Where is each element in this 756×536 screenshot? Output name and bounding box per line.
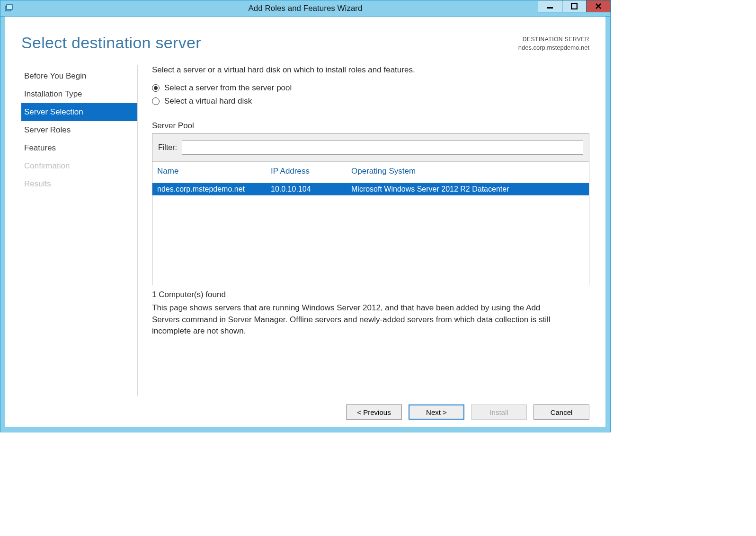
window-title: Add Roles and Features Wizard [0,4,610,13]
svg-rect-3 [571,3,577,9]
radio-virtual-hard-disk[interactable]: Select a virtual hard disk [152,97,589,106]
maximize-button[interactable] [562,0,587,12]
table-row[interactable]: ndes.corp.mstepdemo.net 10.0.10.104 Micr… [152,183,589,195]
cell-os: Microsoft Windows Server 2012 R2 Datacen… [351,185,584,193]
radio-icon [152,97,160,105]
install-button: Install [471,404,527,420]
step-features[interactable]: Features [21,139,137,157]
radio-label: Select a server from the server pool [164,83,292,93]
filter-input[interactable] [182,141,583,155]
cell-ip: 10.0.10.104 [271,185,351,193]
minimize-button[interactable] [538,0,562,12]
wizard-window: Add Roles and Features Wizard Select des… [0,0,611,432]
filter-row: Filter: [152,134,589,162]
page-title: Select destination server [21,34,201,52]
explain-text: This page shows servers that are running… [152,302,569,337]
step-server-roles[interactable]: Server Roles [21,121,137,139]
main-panel: Select a server or a virtual hard disk o… [138,65,589,396]
server-pool-box: Filter: Name IP Address Operating System… [152,133,589,285]
window-controls [538,0,610,16]
close-button[interactable] [586,0,611,12]
step-results: Results [21,175,137,193]
app-icon [2,2,16,15]
radio-label: Select a virtual hard disk [164,97,252,106]
svg-rect-2 [547,7,553,9]
found-count: 1 Computer(s) found [152,290,589,299]
cell-name: ndes.corp.mstepdemo.net [157,185,271,193]
step-installation-type[interactable]: Installation Type [21,85,137,103]
titlebar: Add Roles and Features Wizard [0,0,610,17]
header-row: Select destination server DESTINATION SE… [21,34,589,52]
footer-buttons: < Previous Next > Install Cancel [21,396,589,427]
destination-value: ndes.corp.mstepdemo.net [518,44,589,52]
col-header-name[interactable]: Name [157,167,271,176]
col-header-ip[interactable]: IP Address [271,167,351,176]
table-header: Name IP Address Operating System [152,162,589,183]
server-table: Name IP Address Operating System ndes.co… [152,162,589,285]
radio-server-pool[interactable]: Select a server from the server pool [152,83,589,93]
destination-box: DESTINATION SERVER ndes.corp.mstepdemo.n… [518,35,589,52]
instruction-text: Select a server or a virtual hard disk o… [152,65,589,75]
destination-label: DESTINATION SERVER [518,35,589,44]
col-header-os[interactable]: Operating System [351,167,584,176]
previous-button[interactable]: < Previous [346,404,402,420]
next-button[interactable]: Next > [409,404,464,420]
server-pool-label: Server Pool [152,121,589,131]
step-before-you-begin[interactable]: Before You Begin [21,67,137,85]
step-confirmation: Confirmation [21,157,137,175]
step-nav: Before You Begin Installation Type Serve… [21,65,138,396]
content-area: Select destination server DESTINATION SE… [0,17,610,432]
filter-label: Filter: [158,143,177,152]
cancel-button[interactable]: Cancel [534,404,589,420]
radio-icon [152,84,160,92]
svg-rect-1 [7,5,12,9]
wizard-body: Before You Begin Installation Type Serve… [21,65,589,396]
step-server-selection[interactable]: Server Selection [21,103,137,121]
